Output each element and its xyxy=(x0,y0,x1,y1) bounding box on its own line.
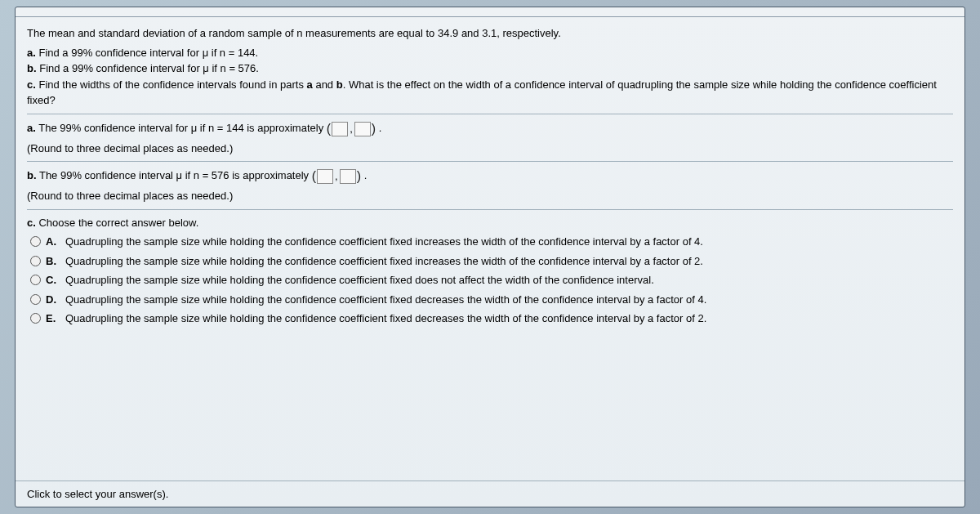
answer-a-blanks: ( , ) xyxy=(327,119,376,139)
part-b-prefix: b. xyxy=(27,62,37,74)
answer-a-prefix: a. xyxy=(27,122,36,134)
choice-d-label: D. xyxy=(46,292,60,308)
part-c-prefix: c. xyxy=(27,78,36,91)
answer-b-blanks: ( , ) xyxy=(312,167,361,186)
answer-c-text: Choose the correct answer below. xyxy=(38,217,198,229)
choice-a-text: Quadrupling the sample size while holdin… xyxy=(65,234,703,250)
answer-c-row: c. Choose the correct answer below. xyxy=(27,215,953,231)
part-a-prefix: a. xyxy=(27,47,36,59)
radio-icon[interactable] xyxy=(30,294,41,305)
divider-3 xyxy=(27,209,953,210)
answer-b-period: . xyxy=(364,169,368,181)
choice-e-label: E. xyxy=(46,311,60,327)
choice-a-label: A. xyxy=(46,234,60,250)
radio-icon[interactable] xyxy=(30,313,41,324)
paren-close-icon: ) xyxy=(357,167,361,186)
answer-a-blank-2[interactable] xyxy=(354,122,371,136)
answer-b-blank-2[interactable] xyxy=(340,169,356,184)
answer-b-text: The 99% confidence interval μ if n = 576… xyxy=(39,169,309,181)
divider-2 xyxy=(27,161,953,162)
comma: , xyxy=(335,168,338,185)
window-top-border xyxy=(16,7,964,17)
answer-a-row: a. The 99% confidence interval for μ if … xyxy=(27,119,953,139)
choice-c[interactable]: C. Quadrupling the sample size while hol… xyxy=(30,272,953,288)
answer-b-prefix: b. xyxy=(27,169,37,181)
radio-icon[interactable] xyxy=(30,236,41,247)
divider-1 xyxy=(27,114,953,114)
intro-text: The mean and standard deviation of a ran… xyxy=(27,25,953,42)
answer-b-blank-1[interactable] xyxy=(317,169,333,184)
choice-c-label: C. xyxy=(46,272,60,288)
choice-c-text: Quadrupling the sample size while holdin… xyxy=(65,272,654,288)
part-c: c. Find the widths of the confidence int… xyxy=(27,77,953,109)
choice-d-text: Quadrupling the sample size while holdin… xyxy=(65,292,706,308)
answer-a-hint: (Round to three decimal places as needed… xyxy=(27,141,953,157)
choice-b[interactable]: B. Quadrupling the sample size while hol… xyxy=(30,253,953,270)
part-c-bold-a: a xyxy=(307,78,313,91)
choice-e[interactable]: E. Quadrupling the sample size while hol… xyxy=(30,311,953,327)
part-c-and: and xyxy=(313,78,336,91)
answer-a-blank-1[interactable] xyxy=(332,122,348,136)
choices: A. Quadrupling the sample size while hol… xyxy=(27,234,953,327)
radio-icon[interactable] xyxy=(30,275,41,285)
part-a-text: Find a 99% confidence interval for μ if … xyxy=(38,47,258,59)
part-c-bold-b: b xyxy=(336,78,343,91)
paren-open-icon: ( xyxy=(327,119,331,139)
part-a: a. Find a 99% confidence interval for μ … xyxy=(27,45,953,61)
comma: , xyxy=(350,121,353,137)
part-b-text: Find a 99% confidence interval for μ if … xyxy=(39,62,259,74)
choice-d[interactable]: D. Quadrupling the sample size while hol… xyxy=(30,292,953,308)
footer-instruction: Click to select your answer(s). xyxy=(16,480,964,507)
answer-a-period: . xyxy=(379,122,382,134)
part-b: b. Find a 99% confidence interval for μ … xyxy=(27,60,953,77)
radio-icon[interactable] xyxy=(30,256,41,266)
question-window: The mean and standard deviation of a ran… xyxy=(15,7,965,507)
choice-b-label: B. xyxy=(46,253,60,270)
part-c-text-1: Find the widths of the confidence interv… xyxy=(38,78,306,91)
choice-a[interactable]: A. Quadrupling the sample size while hol… xyxy=(30,234,953,250)
paren-close-icon: ) xyxy=(372,119,376,139)
question-content: The mean and standard deviation of a ran… xyxy=(16,17,964,480)
answer-b-row: b. The 99% confidence interval μ if n = … xyxy=(27,167,953,186)
answer-c-prefix: c. xyxy=(27,217,36,229)
choice-b-text: Quadrupling the sample size while holdin… xyxy=(65,253,703,270)
paren-open-icon: ( xyxy=(312,167,316,186)
subparts: a. Find a 99% confidence interval for μ … xyxy=(27,45,953,109)
choice-e-text: Quadrupling the sample size while holdin… xyxy=(65,311,706,327)
answer-b-hint: (Round to three decimal places as needed… xyxy=(27,188,953,204)
answer-a-text: The 99% confidence interval for μ if n =… xyxy=(38,122,323,134)
